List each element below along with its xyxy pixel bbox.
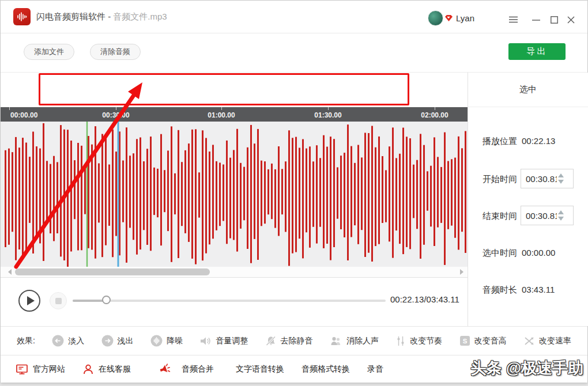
close-button[interactable] <box>566 14 576 25</box>
monitor-icon <box>16 364 28 375</box>
end-time-field <box>521 206 574 225</box>
selection-panel: 播放位置 00:22.13 开始时间 结束时间 选中时间 00:00.00 音频… <box>468 107 588 326</box>
spinner-up-icon[interactable] <box>558 173 564 177</box>
waveform-area[interactable] <box>1 122 468 267</box>
volume-icon <box>199 335 212 347</box>
play-position-label: 播放位置 <box>483 136 517 147</box>
spinner-down-icon[interactable] <box>558 180 564 184</box>
denoise-icon <box>150 335 163 347</box>
play-button[interactable] <box>18 290 40 312</box>
edit-toolbar: 剪辑: 插入 混流 重置音频 撤销 <box>1 73 468 107</box>
duration-value: 03:43.11 <box>522 285 555 294</box>
fade-out-icon <box>101 335 114 347</box>
play-position-value: 00:22.13 <box>522 136 555 146</box>
scroll-left-icon[interactable] <box>8 269 12 275</box>
time-display: 00:22.13/03:43.11 <box>390 294 459 304</box>
start-time-spinner <box>558 173 564 184</box>
effects-label: 效果: <box>17 336 35 346</box>
pitch-icon: S <box>459 335 470 346</box>
start-time-label: 开始时间 <box>483 174 517 185</box>
svg-text:S: S <box>462 338 467 345</box>
waveform-bars <box>5 123 466 267</box>
maximize-button[interactable] <box>549 14 559 25</box>
effect-change-speed[interactable]: 改变速率 <box>523 335 571 347</box>
footer-official-site[interactable]: 官方网站 <box>16 364 65 375</box>
end-time-input[interactable] <box>521 211 557 221</box>
effect-denoise[interactable]: 降噪 <box>150 335 183 347</box>
timeline-ruler[interactable]: 00:00.00 00:30.00 01:00.00 01:30.00 02:0… <box>1 107 468 122</box>
transport-bar: 00:22.13/03:43.11 <box>1 277 468 326</box>
ruler-tick <box>116 107 116 110</box>
seek-slider[interactable] <box>73 300 386 302</box>
play-icon <box>27 296 35 305</box>
ruler-tick <box>9 107 10 110</box>
start-time-field <box>521 169 574 188</box>
scroll-right-icon[interactable] <box>460 269 463 275</box>
title-bar: 闪电音频剪辑软件 - 音频文件.mp3 Lyan <box>1 1 587 33</box>
duration-label: 音频时长 <box>483 285 517 296</box>
app-title: 闪电音频剪辑软件 - <box>36 12 111 21</box>
footer-text-to-speech[interactable]: 文字语音转换 <box>236 364 284 374</box>
effect-change-pitch[interactable]: S 改变音高 <box>459 335 507 346</box>
footer-audio-merge[interactable]: 音频合并 <box>159 363 214 375</box>
window-title: 闪电音频剪辑软件 - 音频文件.mp3 <box>36 12 167 22</box>
end-time-label: 结束时间 <box>483 211 517 222</box>
stop-button[interactable] <box>50 292 67 309</box>
avatar[interactable] <box>428 10 443 26</box>
menu-button[interactable] <box>508 14 518 25</box>
effect-change-tempo[interactable]: 改变节奏 <box>395 335 442 347</box>
selected-time-label: 选中时间 <box>483 248 517 259</box>
selected-time-value: 00:00.00 <box>522 248 555 258</box>
effect-fade-out[interactable]: 浅出 <box>101 335 134 347</box>
waveform-scrollbar <box>1 267 468 277</box>
seek-handle[interactable] <box>102 296 111 304</box>
spinner-up-icon[interactable] <box>558 210 564 214</box>
selection-panel-header: 选中 <box>468 73 588 107</box>
ruler-tick <box>221 107 222 110</box>
people-icon <box>330 335 342 347</box>
clear-audio-button[interactable]: 清除音频 <box>90 44 141 60</box>
ruler-tick <box>328 107 329 110</box>
effect-remove-vocal[interactable]: 消除人声 <box>330 335 379 347</box>
ruler-label: 00:30.00 <box>102 111 129 119</box>
app-window: 闪电音频剪辑软件 - 音频文件.mp3 Lyan 添加文件 清除音频 导出 剪辑… <box>0 0 588 383</box>
watermark: 头条 @极速手助 <box>470 358 583 379</box>
ruler-tick <box>435 107 435 110</box>
fade-in-icon <box>52 335 64 347</box>
ruler-label: 02:00.00 <box>421 111 448 119</box>
footer-online-service[interactable]: 在线客服 <box>82 364 131 375</box>
minimize-button[interactable] <box>531 14 541 25</box>
add-file-button[interactable]: 添加文件 <box>24 44 74 60</box>
ruler-label: 00:00.00 <box>10 111 37 119</box>
effect-fade-in[interactable]: 淡入 <box>52 335 84 347</box>
effects-bar: 效果: 淡入 浅出 降噪 音量调整 去除静音 消除人声 改变节奏 <box>1 326 587 355</box>
footer-record[interactable]: 录音 <box>367 364 383 374</box>
ruler-label: 01:00.00 <box>208 111 235 119</box>
speed-icon <box>523 335 535 347</box>
person-icon <box>82 364 94 375</box>
start-time-input[interactable] <box>521 174 557 184</box>
username[interactable]: Lyan <box>456 13 474 23</box>
spinner-down-icon[interactable] <box>558 217 564 221</box>
app-logo-icon <box>13 8 31 25</box>
effect-remove-silence[interactable]: 去除静音 <box>265 335 313 347</box>
file-name: 音频文件.mp3 <box>113 12 167 21</box>
footer-format-convert[interactable]: 音频格式转换 <box>301 364 350 374</box>
end-time-spinner <box>558 210 564 221</box>
vip-badge-icon <box>444 14 453 22</box>
action-bar: 添加文件 清除音频 导出 <box>1 33 587 73</box>
selection-start-cursor[interactable] <box>86 122 88 267</box>
effect-volume[interactable]: 音量调整 <box>199 335 248 347</box>
export-button[interactable]: 导出 <box>508 43 566 60</box>
playhead-cursor[interactable] <box>118 122 119 267</box>
tempo-icon <box>395 335 406 347</box>
mute-bell-icon <box>265 335 277 347</box>
scrollbar-thumb[interactable] <box>15 268 210 275</box>
ruler-label: 01:30.00 <box>314 111 341 119</box>
stop-icon <box>55 298 62 304</box>
megaphone-icon <box>159 363 171 375</box>
